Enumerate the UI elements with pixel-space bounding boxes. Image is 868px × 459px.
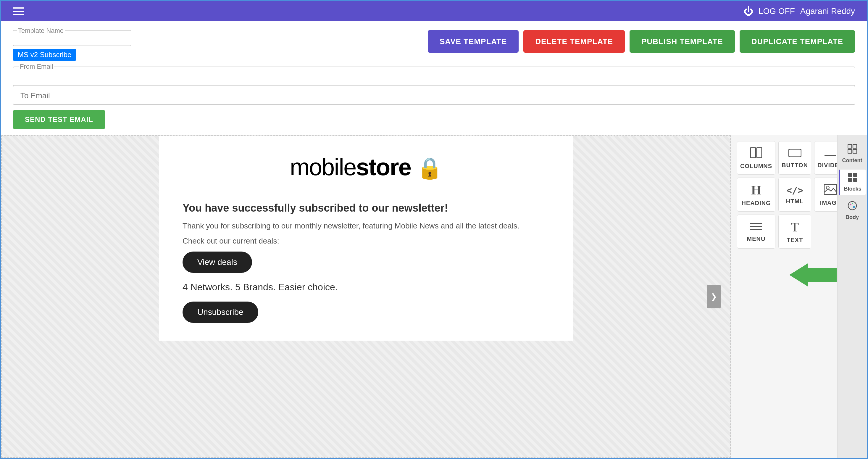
svg-point-20 <box>853 206 855 208</box>
block-html[interactable]: </> HTML <box>778 178 811 212</box>
svg-rect-17 <box>853 178 857 182</box>
username-label: Agarani Reddy <box>800 6 855 16</box>
publish-template-button[interactable]: PUBLISH TEMPLATE <box>629 30 735 53</box>
body-icon <box>847 201 857 213</box>
block-button-label: BUTTON <box>782 162 808 169</box>
duplicate-template-button[interactable]: DUPLICATE TEMPLATE <box>740 30 855 53</box>
email-preview-area: mobilestore 🔒 You have successfully subs… <box>1 135 731 458</box>
sidebar-item-body[interactable]: Body <box>839 198 866 223</box>
view-deals-button-wrapper: View deals <box>183 251 549 282</box>
block-text-label: TEXT <box>787 237 803 244</box>
svg-rect-1 <box>757 148 762 158</box>
template-name-label: Template Name <box>17 27 65 35</box>
from-email-label: From Email <box>19 63 54 70</box>
svg-rect-16 <box>848 178 852 182</box>
blocks-panel: COLUMNS BUTTON <box>731 135 837 458</box>
button-icon <box>788 148 801 159</box>
template-name-field: Template Name MS v2 Subscribe <box>13 30 131 46</box>
email-tagline: 4 Networks. 5 Brands. Easier choice. <box>183 282 549 293</box>
svg-rect-0 <box>750 148 755 158</box>
svg-rect-14 <box>848 173 852 177</box>
text-icon: T <box>791 221 799 234</box>
logo-mobile-part: mobile <box>290 154 356 180</box>
nav-right: ⏻ LOG OFF Agarani Reddy <box>744 6 855 17</box>
logo-text: mobilestore 🔒 <box>290 154 442 180</box>
block-heading[interactable]: H HEADING <box>737 178 775 212</box>
unsubscribe-button-wrapper: Unsubscribe <box>183 302 549 323</box>
svg-rect-2 <box>789 149 801 157</box>
template-name-group: Template Name MS v2 Subscribe MS v2 Subs… <box>13 30 131 61</box>
svg-rect-15 <box>853 173 857 177</box>
logo-icon: 🔒 <box>417 157 442 180</box>
sidebar-item-blocks[interactable]: Blocks <box>839 170 866 195</box>
block-heading-label: HEADING <box>741 200 771 207</box>
template-name-input[interactable]: MS v2 Subscribe <box>18 33 126 42</box>
controls-top-row: Template Name MS v2 Subscribe MS v2 Subs… <box>13 30 855 61</box>
scroll-forward-button[interactable]: ❯ <box>707 285 721 308</box>
blocks-grid: COLUMNS BUTTON <box>731 135 837 458</box>
sidebar-content-label: Content <box>842 157 862 164</box>
top-nav: ⏻ LOG OFF Agarani Reddy <box>1 1 867 21</box>
action-buttons: SAVE TEMPLATE DELETE TEMPLATE PUBLISH TE… <box>428 30 855 53</box>
right-sidebar: Content Blocks <box>837 135 867 458</box>
heading-icon: H <box>751 184 761 197</box>
content-icon <box>847 144 857 156</box>
send-test-email-button[interactable]: SEND TEST EMAIL <box>13 110 105 129</box>
columns-icon <box>750 147 762 160</box>
editor-area: mobilestore 🔒 You have successfully subs… <box>1 135 867 458</box>
svg-rect-12 <box>853 149 857 153</box>
email-divider <box>183 193 549 193</box>
unsubscribe-button[interactable]: Unsubscribe <box>183 302 258 323</box>
block-text[interactable]: T TEXT <box>778 215 811 249</box>
email-headline: You have successfully subscribed to our … <box>183 202 549 214</box>
from-email-field: From Email info@mobilestore.co.za <box>13 67 855 86</box>
hamburger-menu[interactable] <box>13 7 24 15</box>
block-columns[interactable]: COLUMNS <box>737 141 775 175</box>
controls-bar: Template Name MS v2 Subscribe MS v2 Subs… <box>1 21 867 135</box>
svg-rect-11 <box>848 149 852 153</box>
image-icon <box>824 184 837 196</box>
divider-icon <box>825 148 836 159</box>
sidebar-body-label: Body <box>845 214 859 220</box>
svg-point-19 <box>850 204 851 205</box>
menu-icon <box>750 222 762 233</box>
delete-template-button[interactable]: DELETE TEMPLATE <box>523 30 625 53</box>
email-content-panel: mobilestore 🔒 You have successfully subs… <box>159 136 573 341</box>
blocks-icon <box>848 173 857 184</box>
block-button[interactable]: BUTTON <box>778 141 811 175</box>
email-fields: From Email info@mobilestore.co.za <box>13 67 855 105</box>
template-name-highlighted-row: MS v2 Subscribe <box>13 49 131 61</box>
green-arrow-indicator <box>789 263 837 288</box>
email-logo: mobilestore 🔒 <box>183 154 549 181</box>
svg-rect-10 <box>853 145 857 148</box>
email-cta-label: Check out our current deals: <box>183 237 549 246</box>
sidebar-item-content[interactable]: Content <box>839 141 866 166</box>
block-html-label: HTML <box>786 198 804 205</box>
block-menu[interactable]: MENU <box>737 215 775 249</box>
block-menu-label: MENU <box>747 236 766 242</box>
block-columns-label: COLUMNS <box>740 163 772 170</box>
save-template-button[interactable]: SAVE TEMPLATE <box>428 30 519 53</box>
sidebar-blocks-label: Blocks <box>844 186 861 192</box>
to-email-input[interactable] <box>21 91 847 100</box>
logo-store-part: store <box>356 154 411 180</box>
preview-scroll-container[interactable]: mobilestore 🔒 You have successfully subs… <box>2 136 730 341</box>
to-email-field <box>13 86 855 105</box>
html-icon: </> <box>786 186 804 195</box>
template-name-highlight-box[interactable]: MS v2 Subscribe <box>13 49 76 61</box>
from-email-input[interactable]: info@mobilestore.co.za <box>21 72 847 81</box>
power-icon: ⏻ <box>744 6 753 17</box>
main-content: Template Name MS v2 Subscribe MS v2 Subs… <box>1 21 867 458</box>
view-deals-button[interactable]: View deals <box>183 251 252 273</box>
email-body-text: Thank you for subscribing to our monthly… <box>183 220 549 232</box>
svg-point-21 <box>852 203 853 204</box>
svg-marker-22 <box>789 263 837 287</box>
logoff-label[interactable]: LOG OFF <box>758 6 795 16</box>
